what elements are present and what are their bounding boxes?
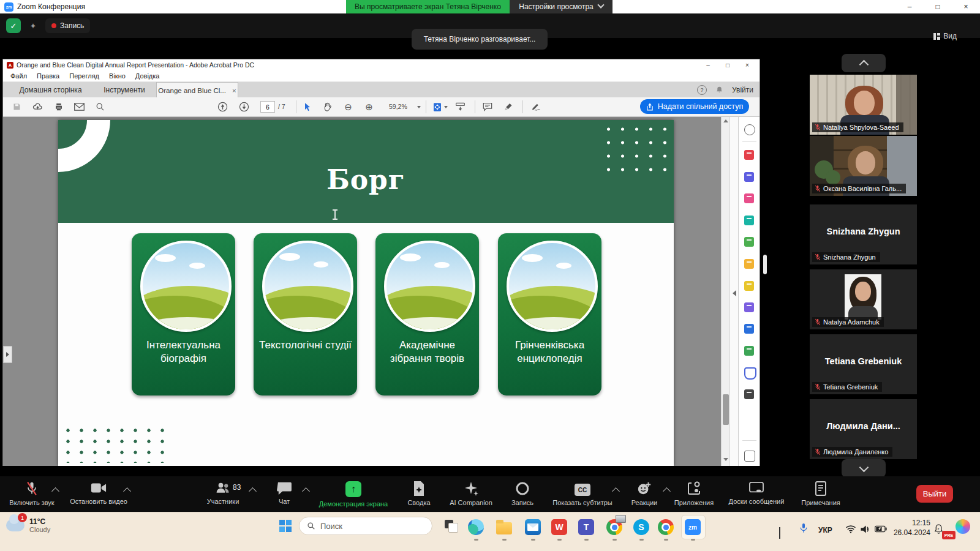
edit-pdf-tool-icon[interactable] (744, 216, 754, 225)
cloud-upload-icon[interactable] (32, 102, 43, 112)
taskbar-app-mail[interactable] (524, 518, 542, 536)
more-tools-icon[interactable] (744, 389, 754, 399)
wifi-icon[interactable] (845, 525, 856, 533)
taskbar-app-chrome-window[interactable] (605, 518, 624, 536)
optimize-pdf-tool-icon[interactable] (744, 346, 754, 356)
scroll-up-icon[interactable] (723, 119, 728, 122)
protect-tool-icon[interactable] (744, 367, 756, 380)
tab-document[interactable]: Orange and Blue Cl... × (156, 82, 238, 98)
scroll-participants-up-button[interactable] (842, 54, 886, 72)
fit-width-icon[interactable] (455, 102, 466, 112)
participant-tile[interactable]: Людмила Дани... Людмила Даниленко (810, 399, 917, 459)
scrollbar-thumb[interactable] (723, 394, 729, 425)
task-view-button[interactable] (445, 520, 458, 532)
taskbar-app-zoom[interactable]: zm (684, 518, 702, 536)
zoom-level-value[interactable]: 59,2% (389, 103, 407, 110)
language-indicator[interactable]: УКР (818, 526, 832, 534)
participant-video-tile[interactable]: Оксана Василівна Галь... (810, 136, 917, 196)
next-page-icon[interactable] (239, 102, 249, 112)
minimize-button[interactable]: – (895, 0, 924, 13)
acrobat-close-button[interactable]: × (737, 59, 757, 70)
tab-close-icon[interactable]: × (232, 87, 236, 94)
menu-help[interactable]: Довідка (135, 72, 160, 80)
scroll-participants-down-button[interactable] (842, 459, 886, 478)
tab-home[interactable]: Домашня сторінка (12, 82, 89, 97)
notes-button[interactable]: Примечания (781, 481, 861, 506)
menu-edit[interactable]: Правка (37, 72, 59, 80)
acrobat-maximize-button[interactable]: □ (718, 59, 737, 70)
tray-mic-icon[interactable] (799, 522, 809, 534)
participant-tile[interactable]: Natalya Adamchuk (810, 269, 917, 329)
taskbar-app-chrome[interactable] (657, 518, 675, 536)
security-shield-icon[interactable]: ✓ (6, 18, 21, 33)
scroll-down-icon[interactable] (723, 458, 728, 461)
tray-clock[interactable]: 12:15 26.04.2024 (884, 519, 930, 538)
menu-file[interactable]: Файл (10, 72, 27, 80)
select-tool-icon[interactable] (302, 102, 312, 112)
view-settings-dropdown[interactable]: Настройки просмотра (510, 0, 612, 13)
taskbar-app-explorer[interactable] (495, 518, 513, 536)
close-button[interactable]: × (952, 0, 980, 13)
participant-name: Nataliya Shpylova-Saeed (823, 124, 899, 131)
start-button[interactable] (279, 520, 292, 532)
menu-window[interactable]: Вікно (109, 72, 126, 80)
participant-tile[interactable]: Tetiana Grebeniuk Tetiana Grebeniuk (810, 334, 917, 394)
tray-expand-button[interactable] (779, 527, 780, 538)
chat-button[interactable]: Чат (244, 481, 324, 505)
taskbar-app-edge[interactable] (467, 518, 485, 536)
zoom-dropdown-icon[interactable] (417, 106, 421, 108)
page-number-input[interactable]: 6 (260, 101, 275, 113)
sign-in-button[interactable]: Увійти (732, 86, 753, 94)
speaker-icon[interactable] (860, 525, 871, 534)
taskbar-app-teams[interactable]: T (577, 518, 595, 536)
copilot-icon[interactable] (956, 519, 970, 534)
page-display-dropdown-icon[interactable] (444, 106, 448, 108)
comment-icon[interactable] (482, 102, 492, 112)
view-button[interactable]: Вид (933, 32, 957, 40)
search-icon[interactable] (95, 102, 105, 112)
hand-tool-icon[interactable] (322, 102, 333, 112)
sign-icon[interactable] (531, 102, 541, 112)
zoom-app-icon: zm (685, 519, 701, 535)
comment-tool-icon[interactable] (744, 281, 754, 291)
zoom-in-icon[interactable]: ⊕ (364, 102, 374, 112)
maximize-button[interactable]: □ (924, 0, 952, 13)
export-pdf-tool-icon[interactable] (744, 150, 754, 160)
taskbar-search-input[interactable]: Поиск (299, 517, 432, 535)
vertical-scrollbar[interactable] (721, 117, 730, 466)
print-icon[interactable] (53, 102, 64, 112)
highlighter-icon[interactable] (503, 102, 513, 112)
menu-view[interactable]: Перегляд (69, 72, 99, 80)
page-display-icon[interactable] (432, 102, 442, 112)
nav-pane-toggle[interactable] (3, 346, 12, 363)
open-panel-icon[interactable] (744, 451, 755, 462)
acrobat-minimize-button[interactable]: – (698, 59, 718, 70)
zoom-tool-icon[interactable] (744, 124, 755, 135)
participant-tile[interactable]: Snizhana Zhygun Snizhana Zhygun (810, 204, 917, 264)
taskbar-app-skype[interactable]: S (632, 518, 650, 536)
tab-tools[interactable]: Інструменти (96, 82, 153, 97)
leave-meeting-button[interactable]: Выйти (916, 485, 953, 503)
export-excel-tool-icon[interactable] (744, 324, 754, 334)
email-icon[interactable] (74, 102, 85, 112)
taskbar-app-wps[interactable]: W (550, 518, 568, 536)
mic-off-icon (815, 318, 821, 326)
save-icon[interactable] (12, 102, 22, 112)
meeting-info-icon[interactable]: ✦ (26, 18, 40, 33)
acrobat-share-button[interactable]: Надати спільний доступ (640, 99, 749, 114)
previous-page-icon[interactable] (217, 102, 228, 112)
zoom-out-icon[interactable]: ⊖ (343, 102, 353, 112)
panel-collapse-strip[interactable] (729, 117, 739, 466)
fill-sign-tool-icon[interactable] (744, 259, 754, 269)
organize-pages-tool-icon[interactable] (744, 193, 754, 203)
resize-handle[interactable] (763, 255, 767, 274)
weather-widget[interactable]: 1 11°C Cloudy (6, 517, 50, 533)
combine-files-tool-icon[interactable] (744, 237, 754, 247)
help-icon[interactable]: ? (697, 85, 707, 95)
participant-video-tile[interactable]: Nataliya Shpylova-Saeed (810, 75, 917, 135)
recording-indicator[interactable]: Запись (45, 18, 90, 33)
landscape-image (384, 241, 475, 332)
bell-icon[interactable] (715, 86, 723, 94)
create-pdf-tool-icon[interactable] (744, 172, 754, 182)
measure-tool-icon[interactable] (744, 302, 754, 312)
